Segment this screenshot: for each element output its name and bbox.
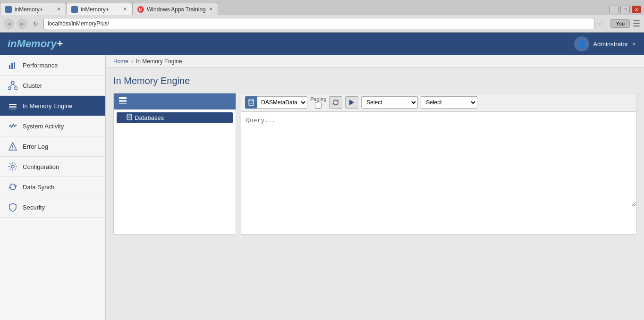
svg-marker-20 [349, 100, 354, 105]
tab1-favicon [5, 6, 12, 13]
tree-panel: + Databases [113, 93, 236, 235]
app-logo-text: inMemory [8, 38, 57, 50]
sidebar-item-in-memory-engine[interactable]: In Memory Engine [0, 96, 105, 116]
svg-point-3 [11, 81, 14, 84]
sidebar-item-security[interactable]: Security [0, 197, 105, 218]
db-select[interactable]: DASMetaData [257, 96, 307, 109]
breadcrumb: Home › In Memory Engine [106, 55, 644, 68]
user-avatar: 👤 [574, 36, 589, 51]
bookmark-button[interactable]: ☆ [597, 19, 604, 28]
sidebar-item-cluster[interactable]: Cluster [0, 76, 105, 96]
error-log-label: Error Log [23, 143, 48, 150]
svg-point-5 [15, 87, 17, 90]
svg-rect-1 [11, 63, 13, 69]
tree-panel-icon [119, 96, 127, 107]
sidebar-item-system-activity[interactable]: System Activity [0, 116, 105, 136]
in-memory-engine-icon [8, 101, 18, 111]
window-minimize-btn[interactable]: _ [609, 6, 619, 13]
svg-line-6 [9, 84, 13, 87]
svg-point-13 [12, 149, 13, 150]
select1-dropdown[interactable]: Select [361, 96, 418, 109]
main-content: Home › In Memory Engine In Memory Engine… [106, 55, 644, 320]
in-memory-engine-label: In Memory Engine [23, 102, 73, 109]
breadcrumb-home[interactable]: Home [113, 58, 128, 65]
select2-dropdown[interactable]: Select [421, 96, 477, 109]
breadcrumb-current: In Memory Engine [136, 58, 182, 65]
back-button[interactable]: ◀ [4, 18, 14, 29]
app-header: inMemory+ 👤 Adminstrator ▼ [0, 33, 644, 55]
tree-item-databases[interactable]: + Databases [117, 112, 233, 123]
tab3-label: Windows Apps Training [147, 6, 206, 13]
user-button[interactable]: You [610, 19, 630, 28]
browser-menu-button[interactable]: ☰ [633, 18, 640, 29]
tab3-close[interactable]: ✕ [209, 6, 213, 12]
user-dropdown-arrow[interactable]: ▼ [632, 42, 636, 47]
svg-rect-16 [119, 100, 127, 102]
browser-tab-2[interactable]: inMemory+ ✕ [66, 3, 132, 15]
performance-label: Performance [23, 62, 58, 69]
svg-rect-9 [9, 106, 17, 108]
system-activity-icon [8, 121, 18, 131]
svg-rect-8 [9, 104, 17, 105]
paging-label: Paging [310, 96, 326, 102]
paging-checkbox[interactable] [315, 102, 322, 109]
cluster-label: Cluster [23, 82, 42, 89]
tab1-close[interactable]: ✕ [57, 6, 61, 12]
header-right: 👤 Adminstrator ▼ [574, 36, 636, 51]
svg-rect-10 [9, 109, 17, 109]
svg-point-19 [249, 99, 254, 101]
address-bar[interactable]: localhost/inMemoryPlus/ [43, 18, 594, 29]
sidebar-item-configuration[interactable]: Configuration [0, 157, 105, 177]
query-textarea[interactable] [241, 112, 636, 206]
tab3-favicon: M [137, 6, 144, 13]
query-panel: DASMetaData Paging [241, 93, 636, 235]
sidebar-item-performance[interactable]: Performance [0, 55, 105, 76]
svg-point-18 [127, 114, 132, 116]
security-label: Security [23, 204, 45, 211]
error-log-icon [8, 141, 18, 152]
security-icon [8, 202, 18, 212]
tab2-close[interactable]: ✕ [123, 6, 127, 12]
svg-rect-0 [9, 65, 10, 69]
address-text: localhost/inMemoryPlus/ [48, 20, 109, 27]
window-close-btn[interactable]: ✕ [632, 6, 641, 13]
page-area: In Memory Engine + [106, 68, 644, 242]
tree-expand-databases[interactable]: + [119, 115, 124, 121]
refresh-button[interactable] [329, 96, 342, 109]
tree-panel-header [114, 93, 236, 109]
configuration-icon [8, 161, 18, 172]
forward-button[interactable]: ▶ [17, 18, 27, 29]
page-title: In Memory Engine [113, 76, 636, 86]
user-name: Adminstrator [593, 41, 628, 48]
breadcrumb-separator: › [131, 58, 133, 65]
svg-rect-17 [119, 103, 127, 104]
svg-point-4 [8, 87, 11, 90]
query-toolbar: DASMetaData Paging [241, 93, 636, 112]
svg-line-7 [13, 84, 16, 87]
db-select-wrapper: DASMetaData [245, 96, 307, 109]
window-maximize-btn[interactable]: □ [620, 6, 630, 13]
tab2-label: inMemory+ [81, 6, 109, 13]
db-icon [245, 96, 257, 109]
browser-tab-1[interactable]: inMemory+ ✕ [0, 3, 66, 15]
configuration-label: Configuration [23, 163, 59, 170]
svg-rect-2 [14, 62, 15, 69]
browser-tab-3[interactable]: M Windows Apps Training ✕ [132, 3, 218, 15]
data-synch-label: Data Synch [23, 184, 54, 191]
data-synch-icon [8, 182, 18, 192]
svg-point-14 [11, 165, 14, 168]
performance-icon [8, 60, 18, 70]
run-button[interactable] [345, 96, 358, 109]
reload-button[interactable]: ↻ [30, 18, 41, 29]
tab1-label: inMemory+ [15, 6, 43, 13]
tab2-favicon [71, 6, 78, 13]
cluster-icon [8, 80, 18, 91]
sidebar-item-error-log[interactable]: Error Log [0, 136, 105, 157]
system-activity-label: System Activity [23, 123, 64, 130]
svg-rect-15 [119, 97, 127, 99]
content-panels: + Databases [113, 93, 636, 235]
tree-panel-body: + Databases [114, 109, 236, 126]
paging-control: Paging [310, 96, 326, 109]
sidebar-item-data-synch[interactable]: Data Synch [0, 177, 105, 197]
app-logo: inMemory+ [8, 38, 63, 50]
